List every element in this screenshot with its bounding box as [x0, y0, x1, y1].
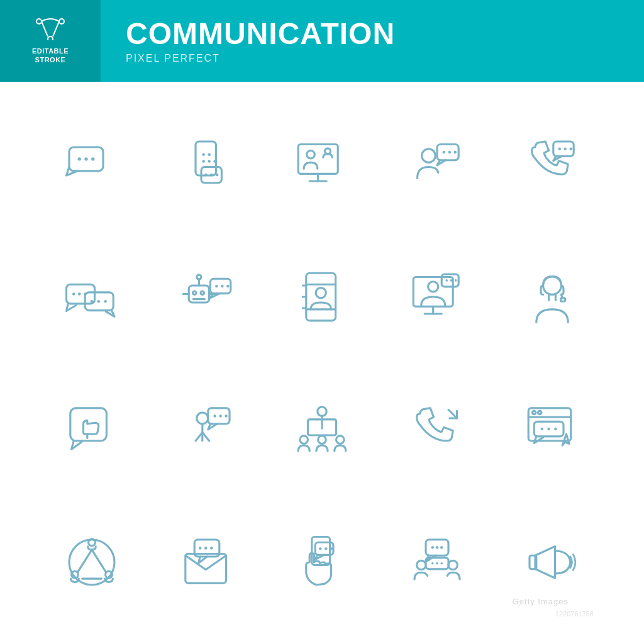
svg-point-12 [210, 173, 213, 176]
header-text-block: COMMUNICATION PIXEL PERFECT [101, 18, 395, 65]
badge-label: EDITABLE [32, 47, 69, 55]
svg-line-3 [42, 21, 48, 36]
svg-point-26 [442, 150, 445, 153]
svg-point-40 [104, 299, 108, 303]
watermark: Getty Images [513, 597, 569, 606]
svg-point-80 [214, 414, 217, 418]
svg-point-30 [558, 147, 561, 150]
svg-point-121 [431, 562, 434, 565]
svg-point-91 [532, 411, 535, 414]
header-title: COMMUNICATION [126, 18, 395, 51]
svg-point-31 [564, 147, 567, 150]
svg-point-115 [448, 560, 457, 569]
svg-point-94 [540, 427, 543, 430]
editable-stroke-badge: EDITABLE STROKE [0, 0, 101, 82]
badge-label2: STROKE [35, 55, 66, 64]
icon-cell-customer-support [497, 233, 606, 360]
svg-point-18 [214, 160, 217, 163]
svg-point-49 [215, 284, 218, 287]
icon-cell-video-call [268, 101, 377, 227]
svg-point-67 [455, 279, 457, 282]
icon-cell-chat-bubble [38, 101, 147, 227]
svg-point-96 [554, 427, 557, 430]
svg-point-63 [428, 281, 438, 291]
header-subtitle: PIXEL PERFECT [126, 53, 395, 64]
icon-cell-incoming-call [382, 366, 491, 492]
svg-point-28 [453, 150, 457, 153]
icon-cell-contact-book [268, 233, 377, 360]
svg-point-50 [221, 284, 224, 287]
svg-line-102 [92, 550, 106, 571]
svg-point-39 [97, 299, 101, 303]
svg-point-114 [416, 560, 425, 569]
icon-cell-multi-bubble [38, 233, 147, 360]
icon-cell-group-discussion [382, 499, 491, 625]
svg-point-65 [445, 279, 448, 282]
svg-point-83 [318, 407, 326, 416]
svg-rect-70 [560, 297, 565, 301]
editable-stroke-icon [35, 18, 65, 43]
icon-cell-presentation [268, 366, 377, 492]
svg-point-7 [85, 157, 88, 160]
svg-point-113 [330, 547, 333, 550]
svg-point-8 [91, 157, 94, 160]
icon-cell-mobile-chat [153, 101, 262, 227]
svg-point-42 [193, 291, 196, 294]
svg-point-11 [204, 173, 208, 176]
svg-point-86 [300, 435, 308, 443]
svg-point-17 [208, 160, 211, 163]
svg-point-51 [226, 284, 230, 287]
svg-line-77 [196, 432, 203, 441]
svg-point-43 [201, 291, 204, 294]
watermark-id: 1220761758 [555, 610, 594, 618]
svg-point-112 [325, 547, 328, 550]
icon-cell-video-conference [382, 233, 491, 360]
icon-cell-mobile-message [268, 499, 377, 625]
icon-cell-web-chat [497, 366, 606, 492]
svg-point-66 [450, 279, 452, 282]
svg-point-87 [318, 435, 326, 443]
icon-cell-robot [153, 233, 262, 360]
svg-point-1 [59, 19, 64, 24]
icon-cell-announcement [153, 366, 262, 492]
svg-point-95 [547, 427, 550, 430]
svg-point-117 [431, 546, 434, 549]
icon-cell-email-chat [153, 499, 262, 625]
svg-point-0 [36, 19, 42, 24]
svg-point-15 [208, 153, 211, 156]
svg-point-81 [219, 414, 223, 418]
svg-point-22 [307, 150, 315, 158]
svg-point-75 [197, 413, 208, 424]
svg-point-38 [91, 299, 94, 303]
svg-point-108 [210, 547, 213, 550]
header: EDITABLE STROKE COMMUNICATION PIXEL PERF… [0, 0, 644, 82]
icon-cell-person-speech [382, 101, 491, 227]
svg-point-35 [78, 292, 81, 296]
svg-line-101 [79, 550, 92, 571]
svg-point-2 [48, 36, 53, 40]
svg-point-119 [440, 546, 443, 549]
svg-point-13 [216, 173, 219, 176]
svg-point-107 [204, 547, 208, 550]
icon-cell-phone-chat [497, 101, 606, 227]
svg-point-122 [436, 562, 438, 565]
svg-point-6 [78, 157, 81, 160]
svg-point-34 [72, 292, 75, 296]
svg-line-4 [53, 21, 59, 36]
svg-rect-53 [306, 273, 336, 321]
svg-point-118 [436, 546, 439, 549]
svg-point-14 [203, 153, 206, 156]
svg-point-111 [319, 547, 322, 550]
svg-point-82 [225, 414, 228, 418]
icon-cell-like-bubble [38, 366, 147, 492]
svg-point-32 [569, 147, 572, 150]
svg-point-106 [199, 547, 202, 550]
svg-point-24 [421, 148, 435, 162]
svg-point-27 [448, 150, 451, 153]
svg-point-123 [440, 562, 443, 565]
svg-rect-9 [196, 142, 216, 175]
icon-grid [0, 82, 644, 644]
icon-cell-network [38, 499, 147, 625]
svg-point-59 [316, 287, 326, 297]
svg-point-16 [203, 160, 206, 163]
